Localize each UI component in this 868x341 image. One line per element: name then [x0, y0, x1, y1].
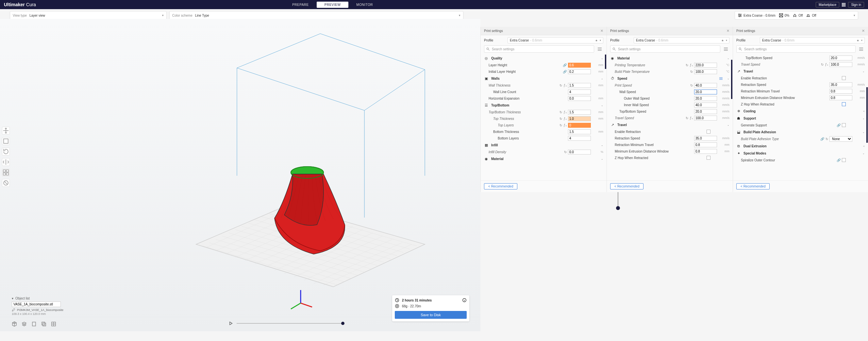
retraction-speed-input[interactable]: [694, 136, 717, 141]
simulation-playback: [229, 321, 344, 325]
generate-support-checkbox[interactable]: [842, 123, 846, 127]
adhesion-summary: Off: [806, 13, 816, 18]
outer-wall-speed-input[interactable]: [694, 96, 717, 101]
cube-icon[interactable]: [12, 321, 17, 327]
print-temp-input[interactable]: [694, 63, 717, 68]
print-settings-summary[interactable]: Extra Coarse - 0.6mm 0% Off Off ▾: [735, 11, 858, 20]
toolbar: View type Layer view ▾ Color scheme Line…: [0, 9, 868, 19]
tb-speed-input[interactable]: [694, 109, 717, 114]
horizontal-expansion-input[interactable]: [568, 96, 591, 101]
copy-icon[interactable]: [41, 321, 46, 327]
travel-speed-input[interactable]: [830, 62, 852, 67]
apps-icon[interactable]: [842, 3, 845, 6]
section-travel[interactable]: ↗Travel⌄: [733, 68, 868, 75]
bp-adhesion-select[interactable]: None: [830, 136, 852, 142]
inner-wall-speed-input[interactable]: [694, 103, 717, 107]
chevron-down-icon: ▾: [12, 297, 13, 300]
enable-retraction-checkbox[interactable]: [707, 130, 711, 134]
print-settings-panel-1: Print settings✕ Profile Extra Coarse- 0.…: [480, 27, 607, 192]
initial-layer-input[interactable]: [568, 69, 591, 74]
settings-panels: Print settings✕ Profile Extra Coarse- 0.…: [480, 27, 868, 192]
spiralize-checkbox[interactable]: [842, 158, 846, 162]
section-quality[interactable]: ◎Quality⌄: [481, 55, 607, 62]
recommended-button[interactable]: < Recommended: [484, 183, 517, 190]
wall-speed-input[interactable]: [694, 90, 717, 94]
wall-thickness-input[interactable]: [568, 83, 591, 88]
bp-temp-input[interactable]: [694, 69, 717, 74]
search-input[interactable]: Search settings: [736, 45, 856, 53]
tb-speed-input[interactable]: [830, 56, 852, 61]
grid-icon[interactable]: [51, 321, 56, 327]
section-dual[interactable]: ⧉Dual Extrusion<: [733, 142, 868, 149]
bottom-thickness-input[interactable]: [568, 129, 591, 134]
close-icon[interactable]: ✕: [600, 29, 603, 33]
profile-select[interactable]: Extra Coarse- 0.6mm ★▾: [507, 37, 603, 43]
object-list-header[interactable]: ▾ Object list: [12, 297, 63, 300]
layer-height-input[interactable]: [568, 63, 591, 68]
brand-logo: UltimakerCura: [4, 2, 36, 7]
search-icon: [613, 47, 616, 51]
section-support[interactable]: ☗Support⌄: [733, 115, 868, 122]
clock-icon: [395, 298, 399, 303]
top-layers-input[interactable]: [568, 123, 591, 128]
retraction-min-input[interactable]: [830, 89, 852, 94]
min-extrusion-input[interactable]: [694, 149, 717, 154]
search-input[interactable]: Search settings: [484, 45, 594, 53]
print-speed-input[interactable]: [694, 83, 717, 88]
svg-point-20: [487, 48, 489, 49]
infill-density-input[interactable]: [568, 149, 591, 155]
tab-preview[interactable]: PREVIEW: [317, 2, 349, 8]
signin-button[interactable]: Sign in: [848, 2, 864, 7]
search-input[interactable]: Search settings: [610, 45, 720, 53]
3d-viewport[interactable]: ▾ Object list PI3MK3M_VASE_1A_biocomposi…: [0, 19, 480, 331]
retraction-min-input[interactable]: [694, 142, 717, 147]
view-icons: [12, 321, 56, 327]
enable-retraction-checkbox[interactable]: [842, 76, 846, 80]
section-infill[interactable]: ▩Infill⌄: [481, 141, 607, 148]
view-type-dropdown[interactable]: View type Layer view ▾: [10, 11, 167, 20]
object-name-field[interactable]: [12, 302, 61, 307]
support-icon: [793, 13, 797, 18]
chevron-down-icon: ▾: [162, 14, 164, 17]
menu-icon[interactable]: [858, 45, 865, 53]
zhop-checkbox[interactable]: [707, 156, 711, 160]
info-icon[interactable]: [462, 298, 467, 303]
recommended-button[interactable]: < Recommended: [736, 183, 770, 190]
min-extrusion-input[interactable]: [830, 95, 852, 100]
wall-line-count-input[interactable]: [568, 90, 591, 94]
close-icon[interactable]: ✕: [726, 29, 730, 33]
top-thickness-input[interactable]: [568, 116, 591, 121]
tab-monitor[interactable]: MONITOR: [348, 2, 381, 8]
section-special[interactable]: ✦Special Modes⌄: [733, 149, 868, 157]
section-adhesion[interactable]: ⬓Build Plate Adhesion⌄: [733, 128, 868, 136]
close-icon[interactable]: ✕: [862, 29, 865, 33]
profile-select[interactable]: Extra Coarse- 0.6mm ★▾: [634, 37, 730, 43]
support-summary: Off: [793, 13, 803, 18]
tab-prepare[interactable]: PREPARE: [284, 2, 317, 8]
section-topbottom[interactable]: ☰Top/Bottom⌄: [481, 102, 607, 109]
playback-slider[interactable]: [237, 323, 344, 324]
menu-icon[interactable]: [722, 45, 730, 53]
profile-select[interactable]: Extra Coarse- 0.6mm ★▾: [760, 37, 865, 43]
section-travel[interactable]: ↗Travel⌄: [607, 121, 733, 128]
retraction-speed-input[interactable]: [830, 82, 852, 87]
section-speed[interactable]: ⏱Speed⌄: [607, 75, 733, 82]
section-walls[interactable]: ▣Walls⌄: [481, 75, 607, 82]
layers-icon[interactable]: [22, 321, 27, 327]
section-material[interactable]: ◉Material⌄: [607, 55, 733, 62]
play-icon[interactable]: [229, 321, 233, 325]
document-icon[interactable]: [31, 321, 37, 327]
save-to-disk-button[interactable]: Save to Disk: [395, 311, 467, 319]
travel-speed-input[interactable]: [694, 115, 717, 121]
print-settings-panel-3: Print settings✕ Profile Extra Coarse- 0.…: [733, 27, 868, 192]
marketplace-button[interactable]: Marketplace: [816, 2, 839, 7]
zhop-checkbox[interactable]: [842, 102, 846, 106]
section-cooling[interactable]: ❄Cooling<: [733, 107, 868, 115]
infill-summary: 0%: [779, 13, 789, 18]
color-scheme-dropdown[interactable]: Color scheme Line Type ▾: [169, 11, 463, 20]
tb-thickness-input[interactable]: [568, 110, 591, 115]
bottom-layers-input[interactable]: [568, 136, 591, 141]
section-material[interactable]: ◉Material⌄: [481, 155, 607, 162]
menu-icon[interactable]: [596, 45, 603, 53]
recommended-button[interactable]: < Recommended: [610, 183, 644, 190]
